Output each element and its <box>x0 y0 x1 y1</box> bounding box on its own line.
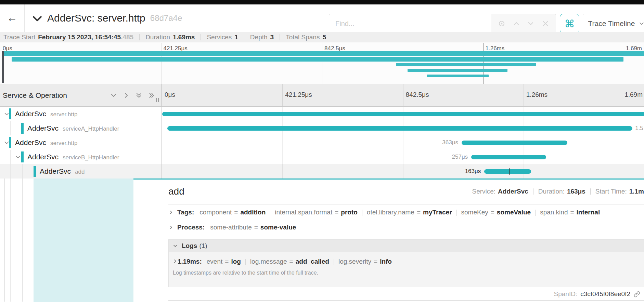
minimap-span-bar <box>4 51 644 56</box>
minimap-tick-label: 421.25μs <box>164 45 188 52</box>
ruler-tick-label: 1.26ms <box>526 91 548 98</box>
logs-count: (1) <box>199 242 207 250</box>
meta-label: Duration: <box>538 188 565 195</box>
command-icon: ⌘ <box>565 18 575 30</box>
span-duration-label: 163μs <box>465 168 481 175</box>
separator <box>280 34 280 40</box>
log-marker[interactable] <box>509 168 510 175</box>
separator <box>201 34 201 40</box>
span-name-cell[interactable]: AdderSvcserver.http <box>0 135 162 150</box>
prev-match-icon[interactable] <box>512 19 520 28</box>
trace-timeline-page: ← AdderSvc: server.http 68d7a4e <box>0 0 644 304</box>
summary-item: Services1 <box>207 34 238 41</box>
find-controls <box>491 14 556 33</box>
span-id-label: SpanID: <box>554 290 578 298</box>
span-bar-area[interactable]: 1.5 <box>162 121 644 135</box>
log-entry[interactable]: 1.19ms: event=loglog.message=add_calledl… <box>169 252 644 265</box>
span-bar[interactable] <box>462 141 567 145</box>
indent-guide <box>22 179 23 302</box>
logs-note: Log timestamps are relative to the start… <box>169 265 644 276</box>
span-operation-title: add <box>168 186 184 197</box>
span-duration-label: 363μs <box>442 139 458 146</box>
key-value-pair: internal.span.format=proto <box>275 209 358 216</box>
minimap-tick-label: 1.69m <box>626 45 642 52</box>
indent-guide <box>22 164 23 179</box>
meta-label: Start Time: <box>595 188 627 195</box>
next-match-icon[interactable] <box>527 19 535 28</box>
span-bar[interactable] <box>167 126 632 131</box>
copy-link-icon[interactable] <box>633 291 641 298</box>
span-bar[interactable] <box>471 155 546 159</box>
logs-accordion[interactable]: Logs (1) <box>169 240 644 252</box>
expand-all-icon[interactable] <box>148 92 155 99</box>
span-operation-name: add <box>75 169 85 175</box>
clear-search-icon[interactable] <box>541 19 550 28</box>
process-value: some-value <box>260 224 296 231</box>
minimap-span-bar <box>396 63 536 66</box>
span-bar[interactable] <box>484 169 531 174</box>
equals-sign: = <box>335 209 338 216</box>
span-operation-name: serviceA_HttpHandler <box>63 125 119 132</box>
collapse-all-icon[interactable] <box>136 92 142 99</box>
meta-value: 1.1m <box>629 188 644 195</box>
locate-icon[interactable] <box>498 19 506 28</box>
minimap-span-bar <box>12 57 623 62</box>
summary-value: 1 <box>234 34 238 41</box>
span-color-bar <box>34 166 36 177</box>
span-operation-name: server.http <box>50 111 77 118</box>
span-name-cell[interactable]: AdderSvcserviceB_HttpHandler <box>0 150 162 164</box>
ruler-gridline <box>524 84 524 106</box>
key-value-pair: otel.library.name=myTracer <box>367 209 452 216</box>
logs-label: Logs <box>182 242 197 250</box>
summary-item: Duration1.69ms <box>145 34 195 41</box>
trace-summary: Trace StartFebruary 15 2023, 16:54:45.48… <box>0 32 644 42</box>
key-value-pair: someKey=someValue <box>461 209 531 216</box>
trace-collapse-chevron-icon[interactable] <box>32 14 42 23</box>
span-meta: Service:AdderSvcDuration:163μsStart Time… <box>472 188 644 195</box>
keyboard-shortcuts-button[interactable]: ⌘ <box>560 14 579 34</box>
span-bar-area[interactable] <box>162 107 644 121</box>
log-field-value: add_called <box>296 258 329 265</box>
process-list: some-attribute=some-value <box>210 224 296 231</box>
column-resizer-grip[interactable] <box>156 98 159 102</box>
summary-value: 3 <box>270 34 274 41</box>
span-row: AdderSvcserver.http363μs <box>0 135 644 150</box>
chevron-right-icon <box>173 258 178 265</box>
log-field-key: log.message <box>250 258 287 265</box>
timeline-column-header: Service & Operation 0μs421.25μs842.5μs1.… <box>0 84 644 107</box>
indent-guide <box>10 164 11 179</box>
span-name-cell[interactable]: AdderSvcserver.http <box>0 107 162 121</box>
span-bar-area[interactable]: 257μs <box>162 150 644 164</box>
detail-divider <box>168 204 644 205</box>
span-duration-label: 1.5 <box>635 125 643 132</box>
timeline-ruler: 0μs421.25μs842.5μs1.26ms1.69m <box>162 84 644 106</box>
expand-chevron-icon[interactable] <box>15 154 21 160</box>
ruler-tick-label: 842.5μs <box>406 91 429 98</box>
span-name: AdderSvcserviceA_HttpHandler <box>27 124 119 132</box>
collapse-one-icon[interactable] <box>110 92 117 99</box>
span-name-cell[interactable]: AdderSvcserviceA_HttpHandler <box>0 121 162 135</box>
span-bar-area[interactable]: 163μs <box>162 164 644 179</box>
minimap-tick-label: 0μs <box>3 45 12 52</box>
view-selector-button[interactable]: Trace Timeline <box>583 14 644 34</box>
span-name-cell[interactable]: AdderSvcadd <box>0 164 162 179</box>
span-color-bar <box>21 123 24 134</box>
minimap[interactable]: 0μs421.25μs842.5μs1.26ms1.69m <box>0 42 644 84</box>
span-service-name: AdderSvc <box>27 153 59 161</box>
process-accordion[interactable]: Process: some-attribute=some-value <box>168 224 296 231</box>
log-field-value: info <box>380 258 392 265</box>
back-button[interactable]: ← <box>0 4 25 32</box>
tag-key: someKey <box>461 209 488 216</box>
span-bar[interactable] <box>162 112 644 116</box>
span-bar-area[interactable]: 363μs <box>162 135 644 150</box>
span-name: AdderSvcserviceB_HttpHandler <box>27 153 119 161</box>
find-input[interactable] <box>329 14 491 33</box>
tags-accordion[interactable]: Tags: component=additioninternal.span.fo… <box>168 209 600 216</box>
service-operation-header: Service & Operation <box>3 84 67 106</box>
expand-one-icon[interactable] <box>123 92 130 99</box>
minimap-viewport-scrubber[interactable] <box>2 51 4 83</box>
indent-guide <box>4 179 5 302</box>
equals-sign: = <box>491 209 494 216</box>
minimap-span-bar <box>427 75 489 77</box>
page-header: ← AdderSvc: server.http 68d7a4e <box>0 4 644 32</box>
